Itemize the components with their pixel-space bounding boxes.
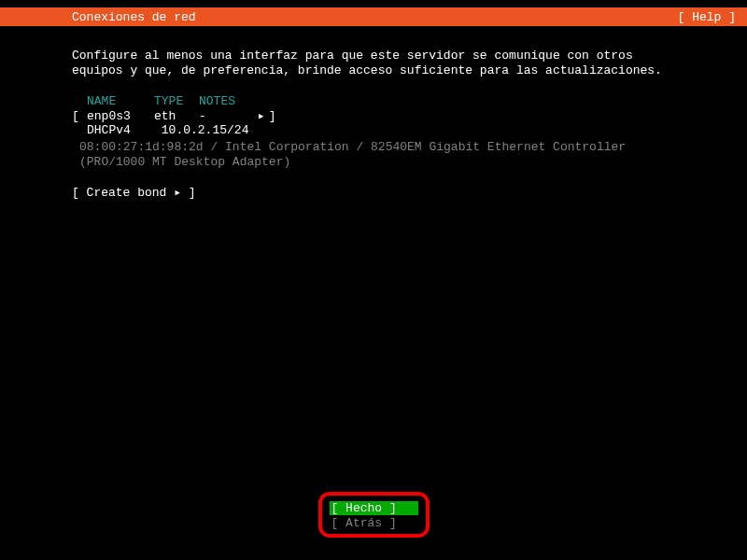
top-bar: [0, 0, 747, 7]
back-button[interactable]: [ Atrás ]: [330, 516, 418, 530]
interface-type: eth: [154, 109, 199, 124]
content-area: Configure al menos una interfaz para que…: [0, 26, 747, 201]
header-bar: Conexiones de red [ Help ]: [0, 7, 747, 26]
create-bond-button[interactable]: [ Create bond ▸ ]: [72, 186, 675, 201]
chevron-right-icon: ▸: [258, 109, 265, 124]
hardware-info: 08:00:27:1d:98:2d / Intel Corporation / …: [72, 140, 675, 169]
col-header-name: NAME: [87, 94, 154, 109]
dhcp-info: DHCPv4 10.0.2.15/24: [72, 123, 675, 138]
interface-row[interactable]: [ enp0s3 eth - ▸ ]: [72, 109, 675, 124]
bracket-open: [: [72, 109, 87, 124]
highlight-annotation: [ Hecho ] [ Atrás ]: [318, 492, 430, 538]
page-title: Conexiones de red: [72, 10, 196, 24]
col-header-type: TYPE: [154, 94, 199, 109]
hw-line1: 08:00:27:1d:98:2d / Intel Corporation / …: [79, 140, 675, 155]
hw-line2: (PRO/1000 MT Desktop Adapter): [79, 155, 675, 170]
interface-name: enp0s3: [87, 109, 154, 124]
interface-notes: -: [199, 109, 206, 124]
bracket-close: ]: [269, 109, 276, 124]
done-button[interactable]: [ Hecho ]: [330, 501, 418, 515]
dhcp-label: DHCPv4: [87, 123, 154, 138]
footer: [ Hecho ] [ Atrás ]: [0, 492, 747, 538]
table-header: NAME TYPE NOTES: [72, 94, 675, 109]
help-button[interactable]: [ Help ]: [678, 10, 736, 24]
dhcp-value: 10.0.2.15/24: [162, 123, 249, 137]
col-header-notes: NOTES: [199, 94, 235, 109]
description-text: Configure al menos una interfaz para que…: [72, 49, 675, 77]
